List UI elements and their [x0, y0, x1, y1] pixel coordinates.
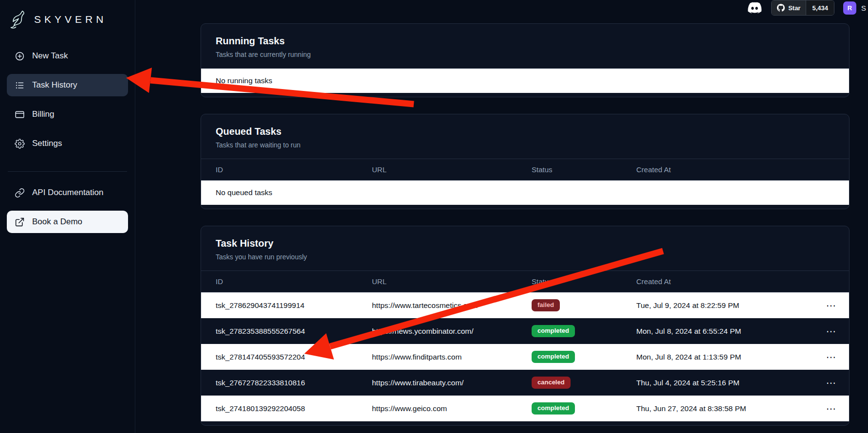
- row-actions-button[interactable]: ⋯: [813, 326, 849, 336]
- queued-empty-row: No queued tasks: [201, 180, 849, 205]
- task-id-cell: tsk_278235388555267564: [216, 327, 372, 336]
- content: Running Tasks Tasks that are currently r…: [135, 16, 868, 433]
- ellipsis-icon: ⋯: [826, 378, 836, 388]
- avatar[interactable]: R: [843, 1, 856, 15]
- column-header-url: URL: [372, 277, 532, 286]
- github-star-label: Star: [788, 4, 800, 12]
- created-at-cell: Thu, Jul 4, 2024 at 5:25:16 PM: [636, 379, 813, 387]
- queued-tasks-table: ID URL Status Created At No queued tasks: [201, 159, 849, 209]
- status-badge: completed: [532, 325, 575, 337]
- sidebar-item-label: Settings: [32, 139, 62, 148]
- row-actions-button[interactable]: ⋯: [813, 352, 849, 362]
- task-history-header: Task History Tasks you have run previous…: [201, 226, 849, 271]
- task-id-cell: tsk_274180139292204058: [216, 404, 372, 413]
- ellipsis-icon: ⋯: [826, 403, 836, 414]
- column-header-created-at: Created At: [636, 165, 813, 174]
- task-history-table: ID URL Status Created At tsk_27862904374…: [201, 271, 849, 425]
- ellipsis-icon: ⋯: [826, 352, 836, 362]
- table-row[interactable]: tsk_274180139292204058 https://www.geico…: [201, 396, 849, 421]
- column-header-created-at: Created At: [636, 277, 813, 286]
- status-badge: completed: [532, 402, 575, 414]
- credit-card-icon: [15, 109, 25, 120]
- ellipsis-icon: ⋯: [826, 326, 836, 337]
- created-at-cell: Thu, Jun 27, 2024 at 8:38:58 PM: [636, 404, 813, 413]
- task-id-cell: tsk_276727822333810816: [216, 379, 372, 387]
- brand-logo[interactable]: SKYVERN: [7, 5, 128, 38]
- discord-icon[interactable]: [747, 0, 762, 16]
- sidebar-item-label: New Task: [32, 51, 68, 61]
- created-at-cell: Tue, Jul 9, 2024 at 8:22:59 PM: [636, 301, 813, 310]
- external-link-icon: [15, 217, 25, 227]
- table-row[interactable]: tsk_278629043741199914 https://www.tarte…: [201, 292, 849, 318]
- status-badge: failed: [532, 299, 560, 311]
- sidebar-item-task-history[interactable]: Task History: [7, 74, 128, 96]
- ellipsis-icon: ⋯: [826, 300, 836, 311]
- queued-table-header: ID URL Status Created At: [201, 159, 849, 180]
- card-subtitle: Tasks you have run previously: [216, 253, 834, 261]
- status-badge: canceled: [532, 377, 571, 388]
- running-tasks-card: Running Tasks Tasks that are currently r…: [201, 23, 850, 97]
- card-title: Task History: [216, 238, 834, 249]
- sidebar-item-billing[interactable]: Billing: [7, 103, 128, 126]
- card-title: Running Tasks: [216, 36, 834, 47]
- link-icon: [15, 188, 25, 198]
- task-id-cell: tsk_278147405593572204: [216, 353, 372, 361]
- column-header-url: URL: [372, 165, 532, 174]
- sidebar-item-label: Task History: [32, 80, 77, 90]
- running-tasks-table: No running tasks: [201, 69, 849, 97]
- column-header-id: ID: [216, 165, 372, 174]
- topbar: Star 5,434 R S: [135, 0, 868, 16]
- row-actions-button[interactable]: ⋯: [813, 301, 849, 310]
- sidebar-item-label: Book a Demo: [32, 217, 82, 227]
- brand-name: SKYVERN: [34, 14, 107, 25]
- history-table-header: ID URL Status Created At: [201, 271, 849, 292]
- queued-tasks-card: Queued Tasks Tasks that are waiting to r…: [201, 114, 850, 209]
- table-row[interactable]: tsk_278235388555267564 https://news.ycom…: [201, 318, 849, 344]
- sidebar-divider: [8, 171, 127, 172]
- gear-icon: [15, 139, 25, 149]
- github-star-button[interactable]: Star 5,434: [771, 0, 834, 16]
- row-actions-button[interactable]: ⋯: [813, 378, 849, 388]
- primary-nav: New Task Task History Billing Settings A…: [7, 45, 128, 233]
- user-name-partial: S: [861, 4, 866, 12]
- main-area: Star 5,434 R S Running Tasks Tasks that …: [135, 0, 868, 433]
- sidebar: SKYVERN New Task Task History Billing Se…: [0, 0, 135, 433]
- task-url-cell: https://www.geico.com: [372, 404, 532, 413]
- card-subtitle: Tasks that are currently running: [216, 51, 834, 58]
- history-table-body: tsk_278629043741199914 https://www.tarte…: [201, 292, 849, 421]
- list-icon: [15, 80, 25, 90]
- task-url-cell: https://www.tartecosmetics.com: [372, 301, 532, 310]
- status-badge: completed: [532, 351, 575, 362]
- task-history-card: Task History Tasks you have run previous…: [201, 226, 850, 426]
- created-at-cell: Mon, Jul 8, 2024 at 6:55:24 PM: [636, 327, 813, 336]
- github-icon: [777, 4, 785, 12]
- column-header-id: ID: [216, 277, 372, 286]
- column-header-status: Status: [532, 277, 636, 286]
- table-row[interactable]: tsk_278147405593572204 https://www.findi…: [201, 344, 849, 370]
- running-tasks-header: Running Tasks Tasks that are currently r…: [201, 24, 849, 69]
- sidebar-item-settings[interactable]: Settings: [7, 132, 128, 155]
- sidebar-item-book-a-demo[interactable]: Book a Demo: [7, 211, 128, 233]
- sidebar-item-api-documentation[interactable]: API Documentation: [7, 181, 128, 204]
- sidebar-item-label: API Documentation: [32, 188, 103, 198]
- task-url-cell: https://www.tirabeauty.com/: [372, 379, 532, 387]
- task-url-cell: https://www.finditparts.com: [372, 353, 532, 361]
- row-actions-button[interactable]: ⋯: [813, 404, 849, 414]
- plus-circle-icon: [15, 51, 25, 61]
- card-subtitle: Tasks that are waiting to run: [216, 141, 834, 149]
- table-row[interactable]: tsk_276727822333810816 https://www.tirab…: [201, 370, 849, 396]
- task-url-cell: https://news.ycombinator.com/: [372, 327, 532, 336]
- queued-tasks-header: Queued Tasks Tasks that are waiting to r…: [201, 114, 849, 159]
- sidebar-item-new-task[interactable]: New Task: [7, 45, 128, 67]
- running-empty-row: No running tasks: [201, 69, 849, 93]
- task-id-cell: tsk_278629043741199914: [216, 301, 372, 310]
- created-at-cell: Mon, Jul 8, 2024 at 1:13:59 PM: [636, 353, 813, 361]
- card-title: Queued Tasks: [216, 126, 834, 137]
- github-star-count: 5,434: [806, 0, 834, 15]
- column-header-status: Status: [532, 165, 636, 174]
- skyvern-logo-icon: [8, 9, 29, 30]
- sidebar-item-label: Billing: [32, 109, 54, 119]
